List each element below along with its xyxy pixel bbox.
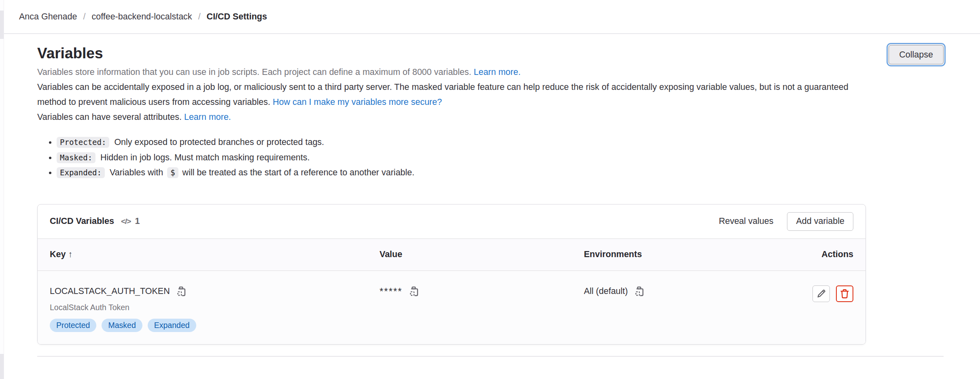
code-icon: </> [121,217,131,226]
table-header-row: Key↑ Value Environments Actions [38,238,865,271]
badge-protected: Protected [50,319,96,332]
value-cell: ***** [380,285,584,332]
column-header-value: Value [380,249,584,260]
copy-to-clipboard-icon [408,286,419,297]
dollar-code-chip: $ [167,167,178,178]
badge-expanded: Expanded [148,319,196,332]
masked-description: Hidden in job logs. Must match masking r… [100,153,310,162]
breadcrumb-separator: / [83,12,85,22]
expanded-description-part2: will be treated as the start of a refere… [182,168,415,177]
variable-value-masked: ***** [380,287,403,296]
copy-key-button[interactable] [176,286,187,297]
expanded-code-chip: Expanded: [57,167,105,178]
variable-key: LOCALSTACK_AUTH_TOKEN [50,286,170,296]
variables-warning-text: Variables can be accidentally exposed in… [37,80,866,110]
sidebar-edge [0,0,4,379]
scrollbar-thumb[interactable] [0,354,4,379]
pencil-icon [816,289,826,299]
list-item-protected: Protected: Only exposed to protected bra… [57,135,866,150]
learn-more-link[interactable]: Learn more. [474,67,521,77]
column-header-key[interactable]: Key↑ [50,249,380,260]
attributes-text: Variables can have several attributes. [37,112,182,122]
sort-ascending-icon: ↑ [68,249,72,259]
copy-value-button[interactable] [408,286,419,297]
edit-variable-button[interactable] [812,285,830,302]
protected-description: Only exposed to protected branches or pr… [114,137,324,147]
variable-table-row: LOCALSTACK_AUTH_TOKEN LocalStack Auth To… [38,271,865,344]
expanded-description-part1: Variables with [110,168,163,177]
list-item-expanded: Expanded: Variables with $ will be treat… [57,165,866,181]
variable-description: LocalStack Auth Token [50,302,380,313]
card-header: CI/CD Variables </> 1 Reveal values Add … [38,204,865,238]
variable-environments: All (default) [584,286,628,296]
column-header-key-label: Key [50,249,66,259]
add-variable-button[interactable]: Add variable [787,212,853,231]
card-title: CI/CD Variables [50,216,114,226]
variables-section: Variables Variables store information th… [37,42,944,345]
delete-variable-button[interactable] [836,285,853,302]
breadcrumb-project-link[interactable]: coffee-backend-localstack [91,12,192,22]
badge-list: Protected Masked Expanded [50,319,380,332]
next-section-divider [37,356,944,357]
breadcrumb-bar: Anca Ghenade / coffee-backend-localstack… [0,0,980,34]
variables-intro-text: Variables store information that you can… [37,65,866,80]
breadcrumb-user-link[interactable]: Anca Ghenade [19,12,77,22]
list-item-masked: Masked: Hidden in job logs. Must match m… [57,150,866,166]
breadcrumb-current-page: CI/CD Settings [207,12,267,22]
environments-cell: All (default) [584,285,768,332]
reveal-values-button[interactable]: Reveal values [717,216,775,226]
masked-code-chip: Masked: [57,152,95,163]
breadcrumb: Anca Ghenade / coffee-backend-localstack… [19,12,267,22]
protected-code-chip: Protected: [57,137,109,148]
secure-variables-link[interactable]: How can I make my variables more secure? [273,97,442,107]
settings-content: Variables Variables store information th… [0,42,980,357]
attributes-list: Protected: Only exposed to protected bra… [37,135,866,181]
column-header-environments: Environments [584,249,768,260]
collapse-button[interactable]: Collapse [889,45,944,64]
page-title: Variables [37,42,866,65]
intro-text: Variables store information that you can… [37,67,471,77]
breadcrumb-separator: / [198,12,201,22]
badge-masked: Masked [102,319,142,332]
copy-to-clipboard-icon [176,286,187,297]
column-header-actions: Actions [768,249,853,260]
variables-attributes-text: Variables can have several attributes. L… [37,110,866,125]
actions-cell [768,285,853,332]
variable-count: 1 [135,216,140,226]
scrollbar-thumb[interactable] [0,11,4,39]
cicd-variables-card: CI/CD Variables </> 1 Reveal values Add … [37,204,866,345]
attributes-learn-more-link[interactable]: Learn more. [184,112,231,122]
key-cell: LOCALSTACK_AUTH_TOKEN LocalStack Auth To… [50,285,380,332]
trash-icon [840,289,850,299]
copy-to-clipboard-icon [634,286,645,297]
warning-text: Variables can be accidentally exposed in… [37,82,848,107]
copy-environments-button[interactable] [634,286,645,297]
